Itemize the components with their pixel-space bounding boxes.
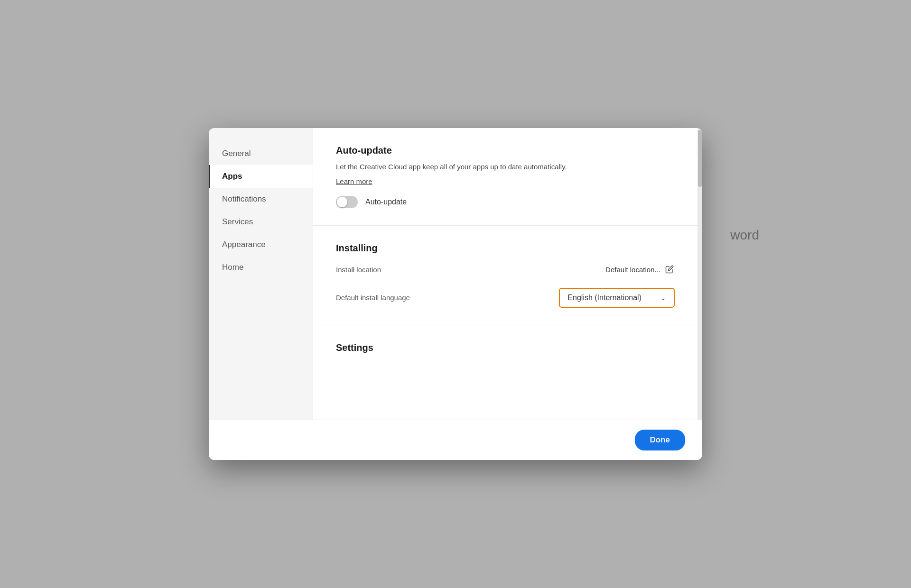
settings-section: Settings	[313, 325, 697, 376]
chevron-down-icon: ⌄	[660, 294, 666, 302]
sidebar: General Apps Notifications Services Appe…	[209, 128, 313, 420]
sidebar-item-notifications[interactable]: Notifications	[209, 188, 313, 211]
install-location-label: Install location	[336, 266, 381, 274]
auto-update-toggle-label: Auto-update	[365, 198, 407, 206]
sidebar-item-services[interactable]: Services	[209, 211, 313, 233]
sidebar-item-appearance[interactable]: Appearance	[209, 233, 313, 256]
settings-title: Settings	[336, 342, 675, 353]
edit-location-icon[interactable]	[665, 265, 675, 275]
default-language-row: Default install language English (Intern…	[336, 288, 675, 308]
default-language-label: Default install language	[336, 294, 410, 302]
auto-update-toggle-row: Auto-update	[336, 196, 675, 208]
install-location-value-group: Default location...	[605, 265, 675, 275]
install-location-row: Install location Default location...	[336, 265, 675, 275]
sidebar-item-general[interactable]: General	[209, 142, 313, 165]
auto-update-title: Auto-update	[336, 145, 675, 156]
learn-more-link[interactable]: Learn more	[336, 177, 372, 185]
auto-update-description: Let the Creative Cloud app keep all of y…	[336, 162, 675, 173]
auto-update-section: Auto-update Let the Creative Cloud app k…	[313, 128, 697, 226]
language-select-dropdown[interactable]: English (International) ⌄	[559, 288, 675, 308]
done-button[interactable]: Done	[635, 430, 686, 450]
dialog-footer: Done	[209, 420, 702, 460]
dialog-overlay: General Apps Notifications Services Appe…	[0, 0, 911, 588]
installing-section: Installing Install location Default loca…	[313, 226, 697, 325]
sidebar-item-home[interactable]: Home	[209, 256, 313, 279]
install-location-value: Default location...	[605, 266, 660, 274]
scrollbar-thumb[interactable]	[698, 130, 702, 187]
toggle-knob	[337, 197, 347, 207]
installing-title: Installing	[336, 243, 675, 254]
settings-dialog: General Apps Notifications Services Appe…	[209, 128, 702, 460]
scrollbar-track[interactable]	[697, 128, 702, 420]
language-select-value: English (International)	[567, 294, 641, 302]
sidebar-item-apps[interactable]: Apps	[209, 165, 313, 188]
auto-update-toggle[interactable]	[336, 196, 358, 208]
main-content: Auto-update Let the Creative Cloud app k…	[313, 128, 697, 420]
desktop-background: word General Apps Notifications Services	[0, 0, 911, 588]
dialog-body: General Apps Notifications Services Appe…	[209, 128, 702, 420]
